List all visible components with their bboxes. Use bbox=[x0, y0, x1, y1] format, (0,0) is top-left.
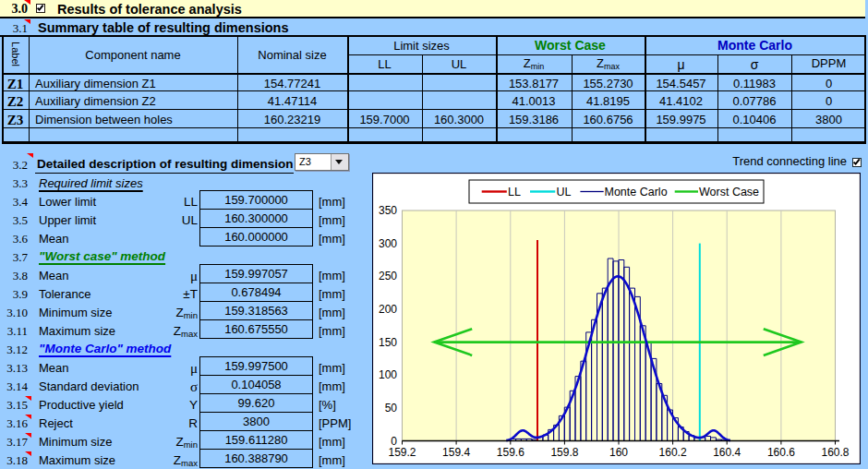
svg-text:160.6: 160.6 bbox=[767, 446, 795, 459]
svg-text:160: 160 bbox=[609, 446, 628, 459]
svg-text:159.6: 159.6 bbox=[497, 446, 524, 459]
svg-text:Worst Case: Worst Case bbox=[699, 186, 759, 198]
svg-text:Monte Carlo: Monte Carlo bbox=[605, 186, 668, 198]
svg-text:150: 150 bbox=[379, 336, 397, 349]
svg-text:UL: UL bbox=[557, 186, 572, 198]
svg-text:0: 0 bbox=[391, 435, 397, 448]
svg-text:160.8: 160.8 bbox=[821, 446, 849, 459]
svg-text:250: 250 bbox=[379, 270, 397, 283]
svg-text:159.8: 159.8 bbox=[550, 446, 578, 459]
svg-text:100: 100 bbox=[379, 368, 397, 381]
svg-text:159.2: 159.2 bbox=[388, 446, 416, 459]
svg-text:200: 200 bbox=[379, 303, 397, 316]
svg-text:50: 50 bbox=[385, 402, 398, 415]
svg-text:160.4: 160.4 bbox=[713, 446, 741, 459]
svg-text:159.4: 159.4 bbox=[442, 446, 470, 459]
svg-text:300: 300 bbox=[379, 237, 397, 250]
svg-text:160.2: 160.2 bbox=[659, 446, 687, 459]
svg-text:LL: LL bbox=[508, 186, 521, 198]
svg-text:350: 350 bbox=[379, 204, 397, 217]
